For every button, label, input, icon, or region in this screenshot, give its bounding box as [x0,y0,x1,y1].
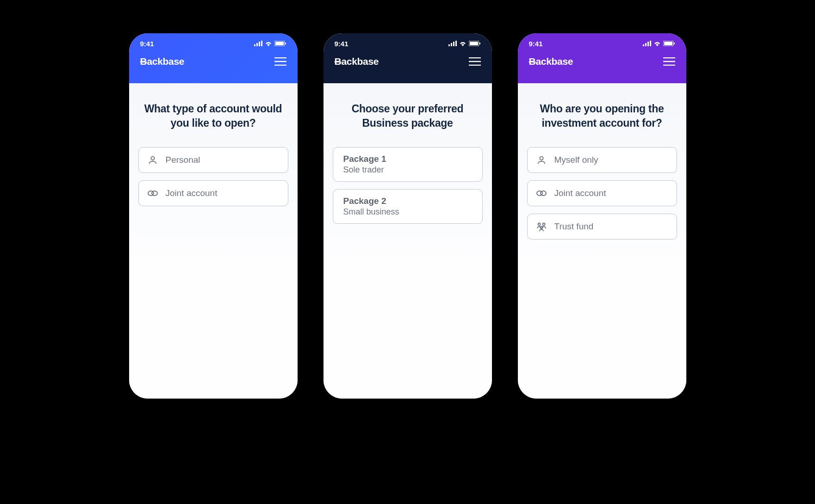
svg-rect-13 [448,44,450,46]
option-package-1[interactable]: Package 1 Sole trader [333,147,483,182]
status-bar: 9:41 [529,40,675,48]
status-time: 9:41 [140,40,154,48]
status-bar: 9:41 [140,40,286,48]
group-icon [536,221,547,232]
brand-logo: Backbase [335,56,379,67]
app-bar: Backbase [529,56,675,67]
option-myself-only[interactable]: Myself only [527,147,677,173]
status-time: 9:41 [529,40,543,48]
svg-rect-26 [650,41,651,46]
app-header: 9:41 Backbase [129,33,298,83]
option-personal[interactable]: Personal [138,147,288,173]
app-bar: Backbase [335,56,481,67]
link-icon [147,188,158,198]
link-icon [536,188,547,198]
option-trust-fund[interactable]: Trust fund [527,214,677,240]
wifi-icon [265,40,272,48]
svg-rect-1 [256,43,258,46]
svg-rect-5 [275,42,284,45]
phone-screen-investment-for: 9:41 Backbase Who are you opening the in… [518,33,686,399]
signal-icon [643,40,651,48]
phone-screen-account-type: 9:41 Backbase What type of account would… [129,33,298,399]
status-icons [643,40,675,48]
menu-button[interactable] [274,57,286,66]
option-subtitle: Small business [343,207,472,217]
svg-point-12 [152,191,157,196]
svg-rect-2 [259,42,260,46]
svg-rect-3 [261,41,262,46]
user-icon [536,155,547,165]
option-package-2[interactable]: Package 2 Small business [333,189,483,224]
option-label: Personal [166,155,200,165]
brand-logo: Backbase [529,56,573,67]
signal-icon [254,40,262,48]
svg-rect-24 [645,43,647,46]
option-joint-account[interactable]: Joint account [138,180,288,206]
svg-rect-15 [453,42,454,46]
option-label: Trust fund [554,221,594,232]
status-time: 9:41 [335,40,348,48]
option-joint-account[interactable]: Joint account [527,180,677,206]
svg-rect-16 [455,41,457,46]
svg-rect-0 [254,44,255,46]
svg-rect-14 [451,43,452,46]
option-label: Joint account [554,188,606,198]
svg-point-37 [542,223,545,226]
user-icon [147,155,158,165]
app-header: 9:41 Backbase [518,33,686,83]
option-title: Package 1 [343,154,472,164]
battery-icon [469,40,481,48]
app-bar: Backbase [140,56,286,67]
option-subtitle: Sole trader [343,165,472,175]
wifi-icon [653,40,661,48]
svg-rect-19 [479,43,480,44]
wifi-icon [459,40,467,48]
status-icons [448,40,481,48]
screen-content: Who are you opening the investment accou… [518,83,686,399]
svg-rect-6 [285,43,286,44]
battery-icon [663,40,675,48]
svg-rect-29 [674,43,675,44]
option-title: Package 2 [343,196,472,206]
screen-heading: Choose your preferred Business package [333,102,483,130]
screen-heading: Who are you opening the investment accou… [527,102,677,130]
svg-rect-28 [664,42,672,45]
menu-button[interactable] [469,57,481,66]
svg-rect-18 [470,42,478,45]
svg-point-33 [540,157,543,160]
menu-button[interactable] [663,57,675,66]
svg-rect-25 [647,42,649,46]
svg-point-10 [151,157,154,160]
brand-logo: Backbase [140,56,185,67]
screen-heading: What type of account would you like to o… [138,102,288,130]
signal-icon [448,40,457,48]
phone-screen-business-package: 9:41 Backbase Choose your preferred Busi… [324,33,492,399]
screen-content: Choose your preferred Business package P… [324,83,492,399]
option-label: Joint account [166,188,218,198]
svg-point-36 [538,223,540,226]
svg-rect-23 [643,44,644,46]
status-icons [254,40,286,48]
app-header: 9:41 Backbase [324,33,492,83]
screen-content: What type of account would you like to o… [129,83,298,399]
battery-icon [274,40,286,48]
svg-point-35 [541,191,546,196]
option-label: Myself only [554,155,598,165]
status-bar: 9:41 [335,40,481,48]
